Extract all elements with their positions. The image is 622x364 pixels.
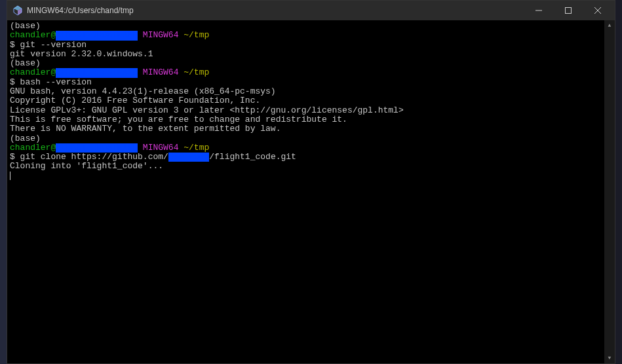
scroll-up-icon[interactable]: ▲ — [604, 20, 615, 31]
prompt-cwd: ~/tmp — [184, 30, 209, 40]
base-tag: (base) — [10, 58, 41, 68]
prompt-cwd: ~/tmp — [184, 67, 209, 77]
titlebar[interactable]: MINGW64:/c/Users/chand/tmp — [7, 1, 615, 20]
redacted-host: REDACTEDHOSTNAME — [56, 31, 138, 40]
redacted-username: username — [168, 153, 209, 162]
minimize-button[interactable] — [524, 1, 553, 20]
scroll-down-icon[interactable]: ▼ — [604, 353, 615, 363]
editor-gutter — [0, 0, 7, 364]
output-line: Cloning into 'flight1_code'... — [10, 162, 612, 171]
command-line: $ bash --version — [10, 78, 612, 87]
base-tag: (base) — [10, 21, 41, 31]
close-button[interactable] — [583, 1, 612, 20]
output-line: Copyright (C) 2016 Free Software Foundat… — [10, 96, 612, 105]
scrollbar[interactable]: ▲ ▼ — [604, 20, 615, 363]
command-line: $ git --version — [10, 41, 612, 50]
prompt-user: chandler@ — [10, 67, 56, 77]
command-line: $ git clone https://github.com/username/… — [10, 153, 612, 162]
cursor — [10, 172, 10, 180]
prompt-env: MINGW64 — [138, 30, 184, 40]
redacted-host: REDACTEDHOSTNAME — [56, 68, 138, 77]
mingw-icon — [12, 5, 23, 16]
output-line: GNU bash, version 4.4.23(1)-release (x86… — [10, 87, 612, 96]
output-line: There is NO WARRANTY, to the extent perm… — [10, 124, 612, 134]
window-title: MINGW64:/c/Users/chand/tmp — [27, 6, 134, 15]
output-line: License GPLv3+: GNU GPL version 3 or lat… — [10, 106, 612, 115]
svg-rect-4 — [565, 8, 571, 14]
output-line: This is free software; you are free to c… — [10, 115, 612, 124]
maximize-button[interactable] — [553, 1, 583, 20]
prompt-env: MINGW64 — [138, 67, 184, 77]
base-tag: (base) — [10, 134, 41, 143]
output-line: git version 2.32.0.windows.1 — [10, 50, 612, 59]
terminal-window: MINGW64:/c/Users/chand/tmp (base) chandl… — [7, 0, 615, 364]
prompt-env: MINGW64 — [138, 143, 184, 153]
prompt-user: chandler@ — [10, 30, 56, 40]
cmd-text: $ git clone https://github.com/ — [10, 152, 168, 162]
prompt-cwd: ~/tmp — [184, 143, 209, 153]
prompt-user: chandler@ — [10, 143, 56, 153]
cmd-text: /flight1_code.git — [209, 152, 296, 162]
terminal-output[interactable]: (base) chandler@REDACTEDHOSTNAME MINGW64… — [7, 20, 615, 363]
redacted-host: REDACTEDHOSTNAME — [56, 143, 138, 153]
